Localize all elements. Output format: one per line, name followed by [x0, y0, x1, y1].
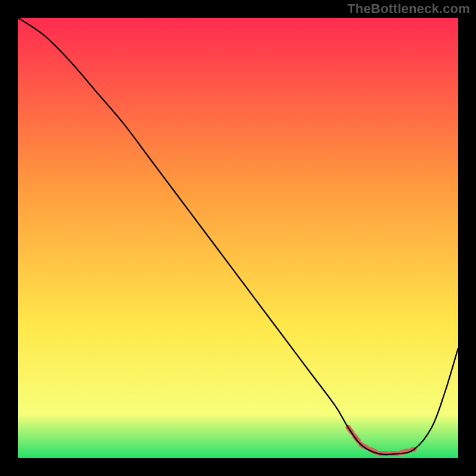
- plot-area: [18, 18, 458, 458]
- watermark-text: TheBottleneck.com: [347, 1, 470, 17]
- chart-container: TheBottleneck.com: [0, 0, 476, 476]
- chart-svg: [18, 18, 458, 458]
- gradient-background: [18, 18, 458, 458]
